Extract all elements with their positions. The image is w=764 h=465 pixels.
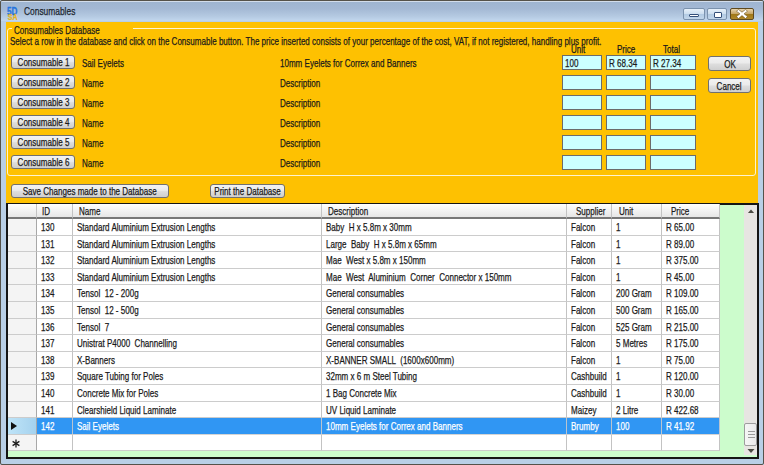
svg-text:SA: SA [8, 12, 18, 20]
